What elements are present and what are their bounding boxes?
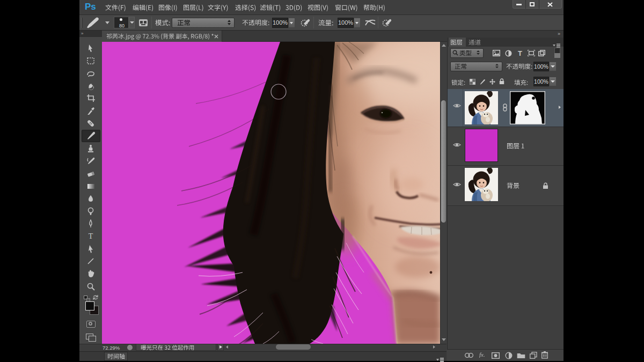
svg-text:T: T (89, 232, 93, 240)
